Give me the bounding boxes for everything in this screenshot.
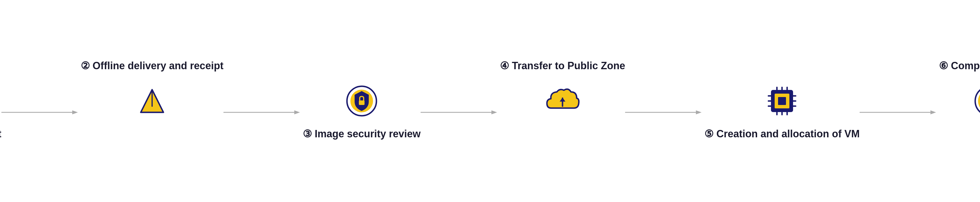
creation-icon (764, 83, 800, 119)
step-5: ⑤ Creation and allocation of VM (705, 60, 860, 142)
svg-marker-15 (492, 111, 497, 114)
delivery-icon (134, 83, 170, 119)
arrow-1 (2, 85, 81, 117)
arrow-5 (860, 85, 939, 117)
step-5-label: ⑤ Creation and allocation of VM (705, 128, 860, 142)
step-4: ④ Transfer to Public Zone (500, 60, 625, 142)
step-1-label: ① VM Export (0, 128, 2, 142)
step-3: ③ Image security review (303, 60, 421, 142)
svg-rect-22 (778, 97, 786, 105)
flow-diagram: ① VM Export ② Offline delivery and recei… (0, 60, 980, 142)
step-2-label: ② Offline delivery and receipt (81, 60, 223, 74)
arrow-4 (625, 85, 705, 117)
svg-marker-36 (931, 111, 936, 114)
security-review-icon (343, 83, 380, 119)
arrow-2 (223, 85, 303, 117)
arrow-3 (421, 85, 500, 117)
step-6-label: ⑥ Completion Notice (939, 60, 980, 74)
svg-marker-10 (294, 111, 300, 114)
step-6: ⑥ Completion Notice (939, 60, 980, 142)
svg-marker-5 (72, 111, 78, 114)
step-2: ② Offline delivery and receipt (81, 60, 223, 142)
svg-rect-13 (359, 101, 364, 105)
transfer-icon (544, 83, 581, 119)
step-1: ① VM Export (0, 60, 2, 142)
svg-marker-19 (696, 111, 702, 114)
step-3-label: ③ Image security review (303, 128, 421, 142)
completion-icon (972, 83, 980, 119)
step-4-label: ④ Transfer to Public Zone (500, 60, 625, 74)
